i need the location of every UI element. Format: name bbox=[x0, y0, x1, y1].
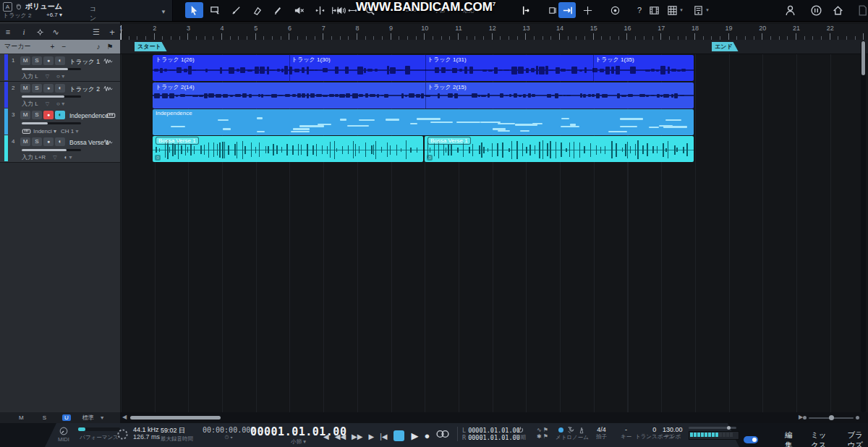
rewind-button[interactable]: ◀◀ bbox=[335, 433, 346, 440]
split-tool-button[interactable] bbox=[227, 2, 245, 18]
output-toggle[interactable]: ○ ▾ bbox=[56, 101, 64, 107]
chevron-down-icon[interactable]: ▼ bbox=[161, 9, 166, 15]
track-lane[interactable]: トラック 1(26)トラック 1(30)トラック 1(31)トラック 1(35) bbox=[120, 55, 868, 81]
input-select[interactable]: 入力 L+R bbox=[22, 154, 46, 161]
hamburger-icon[interactable]: ≡ bbox=[0, 27, 16, 36]
monitor-button[interactable]: ◐ bbox=[55, 137, 65, 146]
audio-clip[interactable]: トラック 2(14)トラック 2(15) bbox=[153, 82, 694, 108]
marker-lane[interactable]: スタート エンド bbox=[120, 40, 868, 54]
input-select[interactable]: 入力 L bbox=[22, 73, 38, 80]
output-toggle[interactable]: ◐ ▾ bbox=[64, 154, 72, 161]
return-to-start-button[interactable]: |◀ bbox=[380, 433, 387, 440]
next-marker-button[interactable]: ▶ bbox=[368, 433, 374, 440]
track-input-row[interactable]: 入力 L+R▽◐ ▾ bbox=[22, 153, 72, 161]
vertical-scrollbar-handle[interactable] bbox=[861, 41, 865, 75]
metronome-settings[interactable]: メトロノーム bbox=[556, 426, 589, 441]
music-note-icon[interactable]: ♪ bbox=[93, 43, 104, 51]
volume-slider[interactable] bbox=[22, 122, 81, 124]
marker-track-row[interactable]: マーカー + − ♪ ⚑ bbox=[0, 40, 120, 54]
input-caret[interactable]: ▽ bbox=[46, 74, 49, 79]
solo-button[interactable]: S bbox=[32, 84, 42, 93]
channel-strip-button[interactable]: ▾ bbox=[689, 2, 713, 18]
remove-marker-button[interactable]: − bbox=[58, 43, 69, 51]
stop-button[interactable] bbox=[393, 430, 404, 441]
tempo[interactable]: 130.00 テンポ bbox=[663, 426, 683, 440]
secondary-time-display[interactable]: 00:00:00.000 ⏱ ▾ bbox=[203, 426, 255, 441]
wrench-icon[interactable] bbox=[567, 427, 574, 434]
loop-button[interactable] bbox=[435, 429, 451, 439]
metronome-enabled-dot[interactable] bbox=[558, 427, 563, 433]
record-arm-button[interactable]: ● bbox=[43, 56, 54, 65]
record-arm-button[interactable]: ● bbox=[43, 111, 54, 119]
user-account-button[interactable] bbox=[781, 2, 799, 18]
input-caret[interactable]: ▽ bbox=[53, 155, 56, 160]
time-signature[interactable]: 4/4 拍子 bbox=[596, 426, 607, 440]
mix-view-button[interactable]: ミックス bbox=[811, 430, 832, 447]
tools-gear-icon[interactable] bbox=[32, 28, 48, 36]
track-lane[interactable]: Bossa Verse 1○Bossa Verse 1○ bbox=[120, 136, 868, 162]
clip-gain-icon[interactable]: ○ bbox=[155, 155, 161, 161]
precount-icons[interactable]: ∿ ⚑ ✱ ⚑ bbox=[532, 427, 553, 440]
vertical-scrollbar[interactable] bbox=[861, 41, 866, 412]
add-marker-button[interactable]: + bbox=[46, 43, 58, 51]
output-toggle[interactable]: ○ ▾ bbox=[56, 73, 64, 80]
track-input-row[interactable]: 入力 L▽○ ▾ bbox=[22, 100, 64, 108]
mute-button[interactable]: M bbox=[20, 56, 30, 65]
footer-solo-button[interactable]: S bbox=[43, 414, 46, 421]
mute-button[interactable]: M bbox=[20, 137, 30, 146]
monitor-button[interactable]: ◐ bbox=[55, 111, 65, 119]
key-signature[interactable]: - キー bbox=[621, 426, 631, 440]
prev-marker-button[interactable]: ◀ bbox=[323, 433, 329, 440]
clip-gain-icon[interactable]: ○ bbox=[427, 155, 433, 161]
timeline-ruler[interactable]: 12345678910111213141516171819202122 bbox=[120, 24, 868, 41]
scene-film-button[interactable] bbox=[645, 2, 663, 18]
instrument-select[interactable]: Indenci ▾ bbox=[33, 128, 56, 135]
monitor-button[interactable]: ◐ bbox=[55, 84, 65, 93]
output-level-slider[interactable] bbox=[689, 427, 736, 429]
channel-select[interactable]: CH 1 ▾ bbox=[61, 128, 78, 135]
track-input-row[interactable]: 入力 L▽○ ▾ bbox=[22, 72, 64, 80]
loop-range[interactable]: L00001.01.01.00 R00001.01.01.00 bbox=[457, 427, 520, 441]
mute-button[interactable]: M bbox=[20, 111, 30, 119]
track-header-row[interactable]: 1MS●◐トラック 1入力 L▽○ ▾ bbox=[0, 54, 120, 82]
grid-view-button[interactable]: ▾ bbox=[663, 2, 687, 18]
solo-button[interactable]: S bbox=[32, 111, 42, 119]
param-control-box[interactable]: A ボリューム コントロール トラック 2 +6.7 ▾ ▼ bbox=[0, 0, 173, 21]
chevron-down-icon[interactable]: ▼ bbox=[100, 415, 105, 420]
track-lane[interactable]: トラック 2(14)トラック 2(15) bbox=[120, 82, 868, 108]
record-arm-button[interactable]: ● bbox=[43, 137, 54, 146]
add-track-button[interactable]: + bbox=[104, 27, 120, 38]
track-header-row[interactable]: 2MS●◐トラック 2入力 L▽○ ▾ bbox=[0, 82, 120, 109]
audio-clip[interactable]: Bossa Verse 1○ bbox=[425, 136, 694, 162]
record-button[interactable]: ● bbox=[424, 430, 430, 441]
start-marker-flag[interactable]: スタート bbox=[135, 42, 167, 51]
layers-icon[interactable]: ☰ bbox=[88, 27, 104, 37]
mute-button[interactable]: M bbox=[20, 84, 30, 93]
volume-slider[interactable] bbox=[22, 95, 81, 98]
track-lane[interactable]: Independence bbox=[120, 109, 868, 135]
flag-icon[interactable]: ⚑ bbox=[104, 43, 116, 51]
arrange-view[interactable]: 12345678910111213141516171819202122 スタート… bbox=[120, 24, 868, 412]
solo-button[interactable]: S bbox=[32, 56, 42, 65]
browse-view-button[interactable]: ブラウズ bbox=[847, 430, 868, 447]
horizontal-scrollbar-handle[interactable] bbox=[130, 416, 221, 420]
scroll-left-arrow[interactable]: ◀ bbox=[122, 414, 127, 420]
param-value[interactable]: +6.7 ▾ bbox=[46, 12, 62, 18]
metronome-icon[interactable] bbox=[578, 427, 585, 434]
record-arm-button[interactable]: ● bbox=[43, 84, 54, 93]
range-tool-button[interactable] bbox=[206, 2, 224, 18]
play-button[interactable]: ▶ bbox=[411, 430, 418, 441]
inspector-icon[interactable]: i bbox=[16, 27, 32, 36]
remote-button[interactable] bbox=[807, 2, 825, 18]
volume-slider[interactable] bbox=[22, 68, 81, 70]
sync-toggle[interactable]: 同期 bbox=[515, 426, 526, 441]
input-select[interactable]: 入力 L bbox=[22, 101, 38, 107]
audio-settings[interactable]: 44.1 kHz 126.7 ms bbox=[133, 426, 160, 440]
end-marker-flag[interactable]: エンド bbox=[712, 42, 739, 51]
audio-clip[interactable]: Independence bbox=[153, 109, 694, 135]
macro-target-button[interactable] bbox=[606, 2, 624, 18]
edit-view-button[interactable]: 編集 bbox=[785, 430, 795, 447]
footer-update-button[interactable]: U bbox=[62, 414, 71, 421]
zoom-slider[interactable] bbox=[809, 417, 854, 419]
volume-slider[interactable] bbox=[22, 149, 81, 151]
